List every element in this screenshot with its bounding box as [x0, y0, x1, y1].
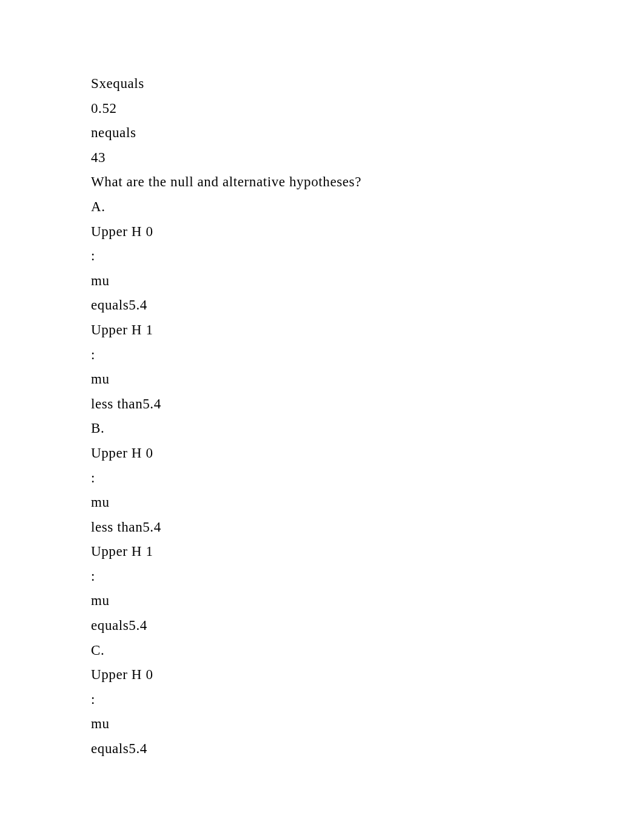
text-line: A. [91, 195, 644, 220]
text-line: C. [91, 638, 644, 663]
text-line: : [91, 564, 644, 589]
text-line: Upper H 0 [91, 663, 644, 688]
text-line: mu [91, 367, 644, 392]
text-line: mu [91, 589, 644, 614]
text-line: nequals [91, 121, 644, 146]
text-line: 43 [91, 146, 644, 171]
text-line: : [91, 343, 644, 368]
text-line: equals5.4 [91, 614, 644, 638]
text-line: Upper H 1 [91, 539, 644, 564]
text-line: : [91, 466, 644, 491]
text-line: : [91, 688, 644, 712]
text-line: mu [91, 269, 644, 294]
document-page: Sxequals 0.52 nequals 43 What are the nu… [0, 0, 644, 835]
text-line: mu [91, 712, 644, 737]
text-line: : [91, 244, 644, 269]
text-line: What are the null and alternative hypoth… [91, 170, 644, 195]
text-line: Upper H 1 [91, 318, 644, 343]
text-line: Upper H 0 [91, 220, 644, 245]
text-line: Sxequals [91, 72, 644, 96]
text-line: Upper H 0 [91, 441, 644, 466]
text-line: 0.52 [91, 96, 644, 121]
text-line: less than5.4 [91, 515, 644, 540]
text-line: mu [91, 490, 644, 515]
text-line: less than5.4 [91, 392, 644, 417]
text-line: equals5.4 [91, 293, 644, 318]
text-line: B. [91, 416, 644, 441]
text-line: equals5.4 [91, 737, 644, 762]
